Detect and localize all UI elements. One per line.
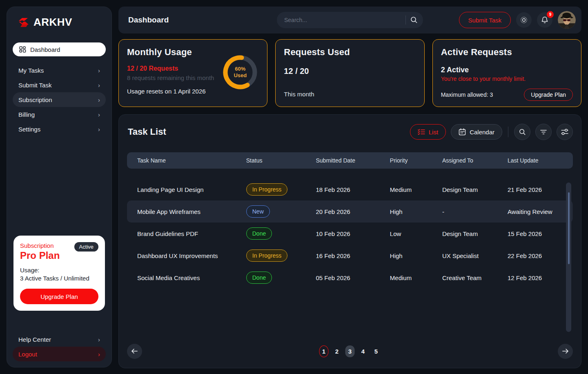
topbar: Dashboard Submit Task <box>118 7 581 33</box>
submitted-date-cell: 18 Feb 2026 <box>316 186 390 193</box>
donut-used-label: Used <box>234 72 247 79</box>
prev-page-button[interactable] <box>127 344 142 359</box>
page-number-4[interactable]: 4 <box>359 345 368 357</box>
plan-usage-value: 3 Active Tasks / Unlimited <box>20 274 98 283</box>
upgrade-plan-button[interactable]: Upgrade Plan <box>524 89 573 101</box>
task-name-cell: Mobile App Wireframes <box>137 208 246 215</box>
donut-percent-label: 60% <box>235 66 245 72</box>
next-page-button[interactable] <box>558 344 573 359</box>
view-calendar-button[interactable]: Calendar <box>451 124 502 140</box>
view-list-button[interactable]: List <box>410 124 446 140</box>
sidebar-item-label: Dashboard <box>30 46 60 53</box>
table-row[interactable]: Social Media CreativesDone05 Feb 2026Med… <box>127 267 573 289</box>
page-number-2[interactable]: 2 <box>332 345 342 357</box>
subscription-plan-card: Subscription Pro Plan Active Usage: 3 Ac… <box>13 236 105 311</box>
limit-warning: You're close to your monthly limit. <box>441 76 573 82</box>
plan-name: Pro Plan <box>20 250 60 261</box>
submit-task-button[interactable]: Submit Task <box>459 12 511 28</box>
sidebar-spacer <box>13 136 106 236</box>
search-divider <box>405 16 406 24</box>
table-row[interactable]: Brand Guidelines PDFDone10 Feb 2026LowDe… <box>127 223 573 245</box>
card-title: Active Requests <box>441 47 573 58</box>
brand-logo: ARKHV <box>13 16 106 29</box>
chevron-right-icon: › <box>98 126 100 133</box>
page-number-3[interactable]: 3 <box>345 345 355 357</box>
priority-cell: Medium <box>390 274 442 281</box>
task-list-title: Task List <box>128 127 166 137</box>
arrow-right-icon <box>562 348 569 354</box>
scrollbar-thumb[interactable] <box>568 192 570 264</box>
calendar-icon <box>459 128 466 136</box>
status-badge: In Progress <box>246 249 288 262</box>
priority-cell: Medium <box>390 186 442 193</box>
search-icon <box>519 128 526 136</box>
status-badge: New <box>246 205 270 218</box>
table-row[interactable]: Mobile App WireframesNew20 Feb 2026High-… <box>127 200 573 223</box>
arkhv-logo-icon <box>17 17 31 28</box>
theme-toggle-button[interactable] <box>516 12 532 28</box>
page-number-5[interactable]: 5 <box>372 345 381 357</box>
assigned-to-cell: Design Team <box>442 230 508 237</box>
sidebar-item-dashboard[interactable]: Dashboard <box>13 42 106 56</box>
table-scrollbar[interactable] <box>566 183 571 332</box>
sidebar-item-billing[interactable]: Billing› <box>13 107 106 122</box>
column-header: Submitted Date <box>316 157 390 164</box>
view-calendar-label: Calendar <box>470 129 494 136</box>
sidebar-item-settings[interactable]: Settings› <box>13 122 106 136</box>
arrow-left-icon <box>131 348 138 354</box>
column-header: Task Name <box>137 157 246 164</box>
page-numbers: 12345 <box>319 345 381 357</box>
plan-status-badge: Active <box>74 242 98 252</box>
notifications-button[interactable]: 9 <box>537 12 552 28</box>
filter-icon <box>540 129 547 135</box>
avatar[interactable] <box>558 11 576 29</box>
table-body: Landing Page UI DesignIn Progress18 Feb … <box>127 178 573 289</box>
sidebar-item-label: Settings <box>18 126 40 133</box>
assigned-to-cell: - <box>442 208 508 215</box>
sidebar-item-label: My Tasks <box>18 67 44 74</box>
task-list-panel: Task List List <box>118 114 581 368</box>
task-name-cell: Social Media Creatives <box>137 274 246 281</box>
table-row[interactable]: Dashboard UX ImprovementsIn Progress16 F… <box>127 245 573 267</box>
monthly-usage-card: Monthly Usage 12 / 20 Requests 8 request… <box>118 39 267 107</box>
chevron-right-icon: › <box>98 82 100 89</box>
sidebar-item-help-center[interactable]: Help Center› <box>13 332 106 347</box>
status-badge: In Progress <box>246 183 288 196</box>
sidebar-item-label: Help Center <box>18 336 51 343</box>
settings-sliders-button[interactable] <box>557 124 573 140</box>
status-cell: In Progress <box>246 249 316 262</box>
search-icon[interactable] <box>410 16 418 24</box>
brand-name: ARKHV <box>33 16 72 29</box>
max-allowed-label: Maximum allowed: 3 <box>441 91 493 98</box>
sidebar-menu: My Tasks›Submit Task›Subscription›Billin… <box>13 63 106 136</box>
sidebar-item-label: Subscription <box>18 96 52 103</box>
sliders-icon <box>561 128 569 136</box>
sidebar: ARKHV Dashboard My Tasks›Submit Task›Sub… <box>7 7 112 367</box>
sidebar-spacer-2 <box>13 311 106 332</box>
column-header: Status <box>246 157 316 164</box>
requests-used-card: Requests Used 12 / 20 This month <box>275 39 424 107</box>
table-search-button[interactable] <box>514 124 530 140</box>
status-cell: In Progress <box>246 183 316 196</box>
page-number-1[interactable]: 1 <box>319 345 329 357</box>
table-header-row: Task NameStatusSubmitted DatePriorityAss… <box>127 152 573 169</box>
chevron-right-icon: › <box>98 111 100 118</box>
status-cell: New <box>246 205 316 218</box>
search-input[interactable] <box>284 17 405 23</box>
chevron-right-icon: › <box>98 67 100 74</box>
sidebar-item-submit-task[interactable]: Submit Task› <box>13 78 106 92</box>
chevron-right-icon: › <box>98 336 100 343</box>
usage-donut-chart: 60% Used <box>222 54 258 90</box>
filter-button[interactable] <box>535 124 552 140</box>
table-row[interactable]: Landing Page UI DesignIn Progress18 Feb … <box>127 178 573 200</box>
sidebar-item-subscription[interactable]: Subscription› <box>13 92 106 107</box>
last-update-cell: 21 Feb 2026 <box>508 186 573 193</box>
bell-icon <box>541 16 549 24</box>
sidebar-item-logout[interactable]: Logout› <box>13 347 106 361</box>
page-title: Dashboard <box>128 16 169 24</box>
search-bar[interactable] <box>277 12 423 28</box>
sidebar-item-my-tasks[interactable]: My Tasks› <box>13 63 106 78</box>
column-header: Last Update <box>508 157 573 164</box>
pagination: 12345 <box>127 343 573 359</box>
upgrade-plan-button[interactable]: Upgrade Plan <box>20 289 98 304</box>
